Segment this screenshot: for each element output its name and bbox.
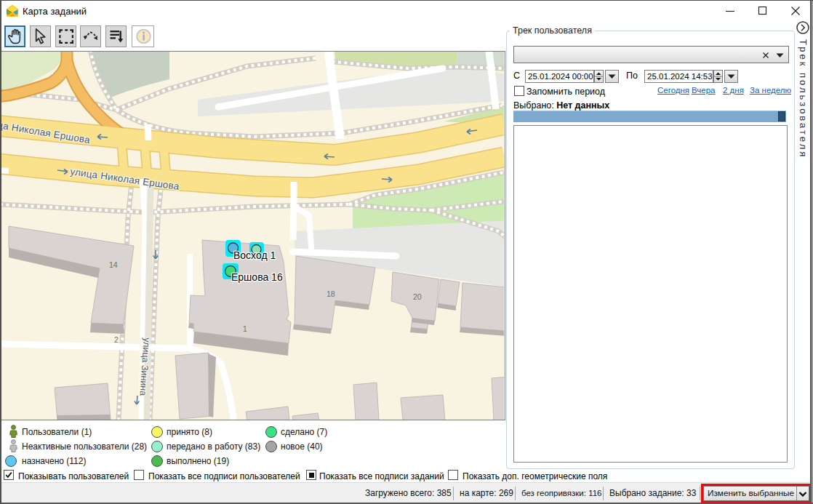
svg-text:18: 18	[327, 289, 335, 298]
svg-text:Ершова 16: Ершова 16	[231, 271, 283, 283]
svg-text:20: 20	[413, 292, 422, 301]
svg-text:2: 2	[114, 335, 119, 344]
svg-text:14: 14	[109, 260, 118, 269]
svg-text:1: 1	[243, 324, 247, 333]
svg-text:Восход 1: Восход 1	[233, 249, 276, 261]
